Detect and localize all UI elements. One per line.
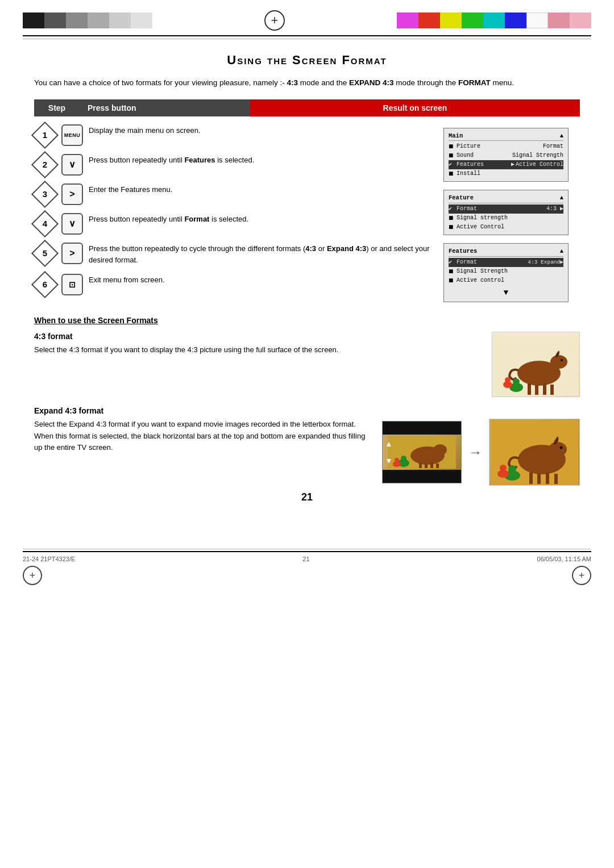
tv-screen-main-title: Main▲ <box>449 131 563 141</box>
page-content: Using the Screen Format You can have a c… <box>0 39 614 532</box>
footer: 21-24 21PT4323/E 21 06/05/03, 11:15 AM <box>0 552 614 566</box>
expand-arrows: ▲ ▼ <box>385 439 393 465</box>
step-diamond-4: 4 <box>34 213 56 235</box>
tv-item-format-expand: ✔ Format 4:3 Expand▶ <box>449 258 563 267</box>
tv-screen-features-expand: Features▲ ✔ Format 4:3 Expand▶ ■ Signal … <box>443 243 569 302</box>
svg-rect-3 <box>528 383 531 395</box>
expand-43-section: Expand 4:3 format Select the Expand 4:3 … <box>34 406 580 486</box>
step-row-5: 5 > Press the button repeatedly to cycle… <box>34 241 432 266</box>
right-color-bars <box>397 12 591 28</box>
tv-item-active-ctrl2: ■ Active control <box>449 276 563 285</box>
step-desc-5: Press the button repeatedly to cycle thr… <box>89 241 432 266</box>
step-row-6: 6 ⊡ Exit menu from screen. <box>34 273 432 295</box>
step-num-5: 5 <box>43 248 47 258</box>
step-btn-2: ∨ <box>61 154 83 176</box>
step-desc-1: Display the main menu on screen. <box>89 123 432 136</box>
steps-column: 1 MENU Display the main menu on screen. … <box>34 123 432 302</box>
svg-point-7 <box>561 359 563 361</box>
horse-image-43 <box>492 332 580 397</box>
tv-item-active-control: ■ Active Control <box>449 223 563 232</box>
tv-screen-features-expand-title: Features▲ <box>449 247 563 257</box>
header-press: Press button <box>80 99 250 116</box>
step-num-4: 4 <box>43 219 47 228</box>
tv-item-install: ■ Install <box>449 169 563 178</box>
svg-point-11 <box>505 377 511 383</box>
top-color-bars <box>0 0 614 31</box>
svg-rect-15 <box>419 462 422 468</box>
bottom-crosshair-right: + <box>572 566 591 585</box>
step-diamond-5: 5 <box>34 243 56 264</box>
when-title: When to use the Screen Formats <box>34 316 580 325</box>
letterbox-content <box>383 435 461 470</box>
format-43-text: 4:3 format Select the 4:3 format if you … <box>34 332 480 356</box>
step-desc-3: Enter the Features menu. <box>89 182 432 195</box>
intro-paragraph: You can have a choice of two formats for… <box>34 77 580 89</box>
expand-before-image: ▲ ▼ <box>382 421 462 483</box>
page-number: 21 <box>34 491 580 503</box>
gray-bar-2 <box>44 12 66 28</box>
step-desc-4: Press button repeatedly until Format is … <box>89 212 432 225</box>
step-desc-6: Exit menu from screen. <box>89 273 432 286</box>
svg-rect-28 <box>546 473 549 484</box>
center-crosshair <box>264 10 285 31</box>
step-row-1: 1 MENU Display the main menu on screen. <box>34 123 432 146</box>
magenta-bar <box>397 12 418 28</box>
result-screens: Main▲ ■ Picture Format ■ Sound Signal St… <box>443 123 580 303</box>
step-diamond-1: 1 <box>34 124 56 146</box>
tv-down-arrow: ▼ <box>449 286 563 299</box>
step-btn-1: MENU <box>61 124 83 146</box>
expand-after-image <box>489 419 580 486</box>
step-desc-2: Press button repeatedly until Features i… <box>89 153 432 166</box>
step-diamond-3: 3 <box>34 183 56 205</box>
page-title: Using the Screen Format <box>34 53 580 68</box>
svg-point-32 <box>508 465 516 473</box>
green-bar <box>462 12 483 28</box>
table-header: Step Press button Result on screen <box>34 99 580 116</box>
pink-bar <box>548 12 570 28</box>
gray-bar-3 <box>66 12 88 28</box>
gray-bar-4 <box>88 12 109 28</box>
tv-item-picture: ■ Picture Format <box>449 142 563 151</box>
step-num-1: 1 <box>43 130 47 140</box>
svg-rect-6 <box>550 385 554 395</box>
yellow-bar <box>440 12 462 28</box>
format-43-desc: Select the 4:3 format if you want to dis… <box>34 344 480 356</box>
blue-bar <box>505 12 526 28</box>
tv-item-features: ✔ Features ▶ Active Control <box>449 160 563 169</box>
format-43-title: 4:3 format <box>34 332 480 341</box>
cyan-bar <box>483 12 505 28</box>
step-btn-6: ⊡ <box>61 274 83 295</box>
svg-rect-27 <box>537 474 541 484</box>
letterbox-top <box>383 422 461 434</box>
footer-right: 06/05/03, 11:15 AM <box>537 556 591 562</box>
expand-arrow-icon: → <box>468 444 482 460</box>
step-num-3: 3 <box>43 189 47 199</box>
footer-left: 21-24 21PT4323/E <box>23 556 75 562</box>
step-num-6: 6 <box>43 279 47 289</box>
step-btn-4: ∨ <box>61 213 83 235</box>
tv-item-signal-str2: ■ Signal Strength <box>449 267 563 276</box>
step-diamond-6: 6 <box>34 274 56 295</box>
svg-rect-5 <box>543 383 546 395</box>
steps-and-results: 1 MENU Display the main menu on screen. … <box>34 123 580 303</box>
format-43-section: 4:3 format Select the 4:3 format if you … <box>34 332 580 397</box>
expand-43-content: Select the Expand 4:3 format if you want… <box>34 419 580 486</box>
expand-43-desc: Select the Expand 4:3 format if you want… <box>34 419 373 453</box>
letterbox-bottom <box>383 470 461 483</box>
svg-rect-17 <box>430 462 433 468</box>
left-gray-bars <box>23 12 152 28</box>
svg-rect-18 <box>436 464 439 468</box>
svg-rect-4 <box>535 385 538 395</box>
step-diamond-2: 2 <box>34 154 56 176</box>
svg-rect-16 <box>425 464 428 468</box>
step-row-3: 3 > Enter the Features menu. <box>34 182 432 205</box>
step-btn-5: > <box>61 243 83 264</box>
white-bar <box>526 12 548 28</box>
footer-center: 21 <box>302 556 309 562</box>
step-row-4: 4 ∨ Press button repeatedly until Format… <box>34 212 432 235</box>
tv-screen-feature: Feature▲ ✔ Format 4:3 ▶ ■ Signal strengt… <box>443 190 569 235</box>
tv-item-format-43: ✔ Format 4:3 ▶ <box>449 205 563 214</box>
step-row-2: 2 ∨ Press button repeatedly until Featur… <box>34 153 432 176</box>
gray-bar-1 <box>23 12 44 28</box>
bottom-crosshair-left: + <box>23 566 42 585</box>
